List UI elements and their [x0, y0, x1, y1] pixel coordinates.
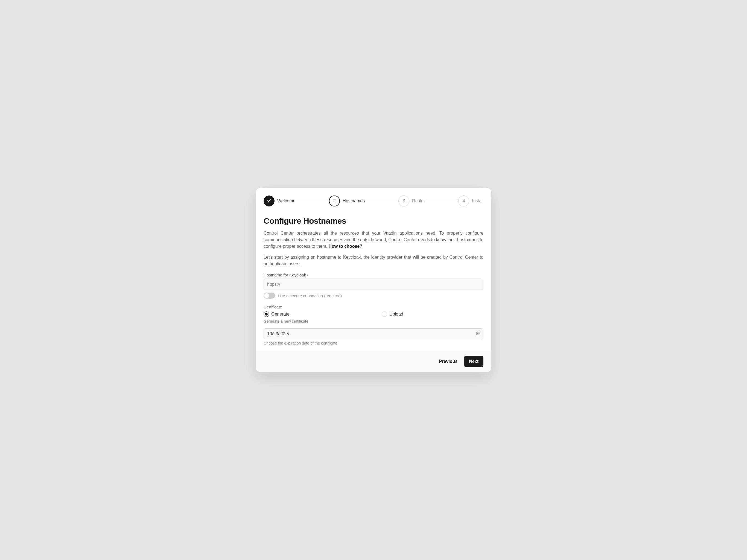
- hostname-label: Hostname for Keycloak •: [264, 273, 483, 277]
- subdescription-paragraph: Let's start by assigning an hostname to …: [264, 254, 483, 267]
- check-icon: [267, 198, 271, 204]
- step-welcome[interactable]: Welcome: [264, 196, 295, 206]
- step-circle-pending: 3: [398, 196, 409, 206]
- radio-generate[interactable]: Generate: [264, 311, 365, 317]
- next-button[interactable]: Next: [464, 356, 483, 367]
- certificate-radio-group: Generate Upload: [264, 311, 483, 317]
- expiry-date-field: [264, 328, 483, 339]
- step-label: Install: [472, 199, 483, 203]
- radio-generate-label: Generate: [271, 312, 289, 316]
- toggle-knob: [264, 293, 269, 298]
- description-paragraph: Control Center orchestrates all the reso…: [264, 230, 483, 250]
- step-divider: [298, 201, 327, 201]
- secure-toggle-row: Use a secure connection (required): [264, 292, 483, 299]
- step-circle-completed: [264, 196, 275, 206]
- step-hostnames[interactable]: 2 Hostnames: [329, 196, 365, 206]
- dialog-content: Welcome 2 Hostnames 3 Realm 4: [256, 188, 491, 351]
- expiry-helper: Choose the expiration date of the certif…: [264, 341, 483, 345]
- wizard-dialog: Welcome 2 Hostnames 3 Realm 4: [256, 188, 491, 372]
- radio-upload-label: Upload: [389, 312, 403, 316]
- stepper: Welcome 2 Hostnames 3 Realm 4: [264, 196, 483, 206]
- radio-circle-checked: [264, 311, 269, 317]
- step-divider: [427, 201, 456, 201]
- how-to-choose-link[interactable]: How to choose?: [328, 244, 362, 249]
- previous-button[interactable]: Previous: [437, 356, 460, 367]
- expiry-date-input[interactable]: [264, 328, 483, 339]
- hostname-input[interactable]: [264, 279, 483, 290]
- page-title: Configure Hostnames: [264, 216, 483, 226]
- radio-circle-unchecked: [382, 311, 387, 317]
- certificate-group-label: Certificate: [264, 305, 483, 309]
- step-install[interactable]: 4 Install: [458, 196, 483, 206]
- step-divider: [367, 201, 396, 201]
- dialog-footer: Previous Next: [256, 351, 491, 372]
- step-label: Hostnames: [343, 199, 365, 203]
- step-label: Welcome: [277, 199, 295, 203]
- step-circle-active: 2: [329, 196, 340, 206]
- radio-dot: [265, 313, 268, 315]
- step-realm[interactable]: 3 Realm: [398, 196, 424, 206]
- secure-toggle-label: Use a secure connection (required): [278, 294, 342, 298]
- description-text: Control Center orchestrates all the reso…: [264, 231, 483, 249]
- step-circle-pending: 4: [458, 196, 469, 206]
- step-number: 3: [403, 199, 405, 203]
- secure-connection-toggle[interactable]: [264, 292, 275, 299]
- certificate-helper: Generate a new certificate: [264, 319, 483, 324]
- step-number: 2: [333, 199, 336, 203]
- radio-upload[interactable]: Upload: [382, 311, 483, 317]
- step-label: Realm: [412, 199, 424, 203]
- step-number: 4: [463, 199, 465, 203]
